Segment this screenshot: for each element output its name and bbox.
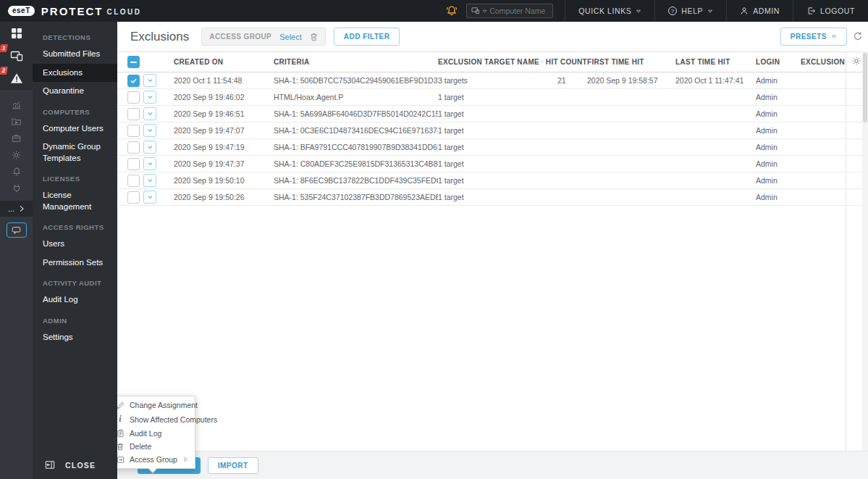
table-row[interactable]: 2020 Sep 9 19:47:37 SHA-1: C80ADEF3C25E9…	[117, 156, 868, 172]
row-checkbox[interactable]	[127, 91, 140, 104]
sidebar-item-dashboard[interactable]	[0, 22, 33, 44]
col-header-description[interactable]: EXCLUSION DE	[801, 58, 846, 66]
quick-links-menu[interactable]: QUICK LINKS	[565, 0, 654, 22]
col-header-hit-count[interactable]: HIT COUNT	[541, 58, 587, 66]
add-filter-button[interactable]: ADD FILTER	[334, 28, 400, 46]
table-row[interactable]: 2020 Sep 9 19:46:02 HTML/Hoax.Agent.P 1 …	[117, 89, 868, 106]
cell-login: Admin	[756, 93, 801, 101]
row-checkbox[interactable]	[127, 175, 140, 187]
tasks-folder-icon	[11, 117, 22, 127]
help-menu[interactable]: ? HELP	[654, 0, 726, 22]
col-header-last-time-hit[interactable]: LAST TIME HIT	[675, 58, 756, 66]
table-row[interactable]: 2020 Sep 9 19:47:07 SHA-1: 0C3E6C1D48734…	[117, 122, 868, 139]
trash-icon[interactable]	[310, 33, 318, 41]
pencil-icon	[117, 401, 125, 409]
row-expand-button[interactable]	[143, 157, 156, 170]
sidebar-item-detections[interactable]: 2	[0, 67, 33, 89]
cell-created-on: 2020 Sep 9 19:47:07	[174, 126, 274, 135]
menu-item-access-group[interactable]: Access Group	[117, 453, 195, 466]
menu-item-change-assignment[interactable]: Change Assignment	[117, 399, 195, 412]
reports-icon	[11, 100, 22, 110]
sidebar-item-notifications[interactable]	[0, 163, 33, 180]
row-expand-button[interactable]	[143, 191, 156, 204]
sidebar-more-expand[interactable]: ...	[0, 201, 33, 217]
sidebar-item-users[interactable]: Users	[33, 235, 117, 254]
sidebar-item-installers[interactable]	[0, 130, 33, 146]
menu-item-audit-log[interactable]: Audit Log	[117, 427, 195, 440]
sidebar-item-license-management[interactable]: License Management	[33, 186, 117, 216]
menu-item-show-affected-computers[interactable]: i Show Affected Computers	[117, 412, 195, 427]
table-settings-gear-icon[interactable]	[851, 56, 861, 66]
col-header-login[interactable]: LOGIN	[756, 58, 801, 66]
col-header-first-time-hit[interactable]: FIRST TIME HIT	[587, 58, 675, 66]
row-checkbox[interactable]	[127, 125, 140, 137]
col-header-created-on[interactable]: CREATED ON	[174, 58, 274, 66]
sidebar-item-policies[interactable]	[0, 146, 33, 163]
row-expand-button[interactable]	[143, 74, 156, 87]
filter-bar: Exclusions ACCESS GROUP Select ADD FILTE…	[117, 22, 868, 51]
col-header-criteria[interactable]: CRITERIA	[274, 58, 438, 66]
row-checkbox[interactable]	[127, 158, 140, 170]
cell-created-on: 2020 Sep 9 19:46:02	[174, 93, 274, 101]
row-checkbox[interactable]	[127, 75, 140, 87]
sidebar-item-computer-users[interactable]: Computer Users	[33, 120, 117, 138]
logout-button[interactable]: LOGOUT	[793, 0, 868, 22]
sidebar-item-reports[interactable]	[0, 96, 33, 113]
device-type-icon[interactable]	[471, 7, 480, 14]
sidebar-item-status-overview[interactable]	[0, 180, 33, 196]
sidebar-item-audit-log[interactable]: Audit Log	[33, 291, 117, 309]
admin-user-menu[interactable]: ADMIN	[726, 0, 793, 22]
sidebar-item-computers[interactable]: 1	[0, 44, 33, 67]
table-row[interactable]: 2020 Sep 9 19:50:26 SHA-1: 535F24C371023…	[117, 189, 868, 206]
sidebar-item-submitted-files[interactable]: Submitted Files	[33, 45, 117, 64]
detections-badge: 2	[0, 67, 8, 75]
chevron-down-icon[interactable]	[482, 9, 487, 14]
row-expand-button[interactable]	[143, 174, 156, 187]
sidebar-item-permission-sets[interactable]: Permission Sets	[33, 254, 117, 272]
row-checkbox[interactable]	[127, 108, 140, 120]
col-header-target[interactable]: EXCLUSION TARGET NAME	[438, 58, 541, 66]
sidebar-item-dynamic-group-templates[interactable]: Dynamic Group Templates	[33, 138, 117, 167]
sidebar-item-quarantine[interactable]: Quarantine	[33, 82, 117, 101]
support-chat-button[interactable]	[7, 222, 27, 238]
row-expand-button[interactable]	[143, 124, 156, 137]
table-row[interactable]: 2020 Sep 9 19:47:19 SHA-1: BFA9791CCC407…	[117, 139, 868, 156]
admin-label: ADMIN	[753, 7, 780, 15]
row-expand-button[interactable]	[143, 91, 156, 104]
sidebar-item-settings[interactable]: Settings	[33, 328, 117, 347]
scrollbar-thumb[interactable]	[863, 53, 867, 122]
table-row[interactable]: 2020 Sep 9 19:50:10 SHA-1: 8F6EC9BC13782…	[117, 172, 868, 189]
eset-logo: eseT	[8, 6, 35, 16]
refresh-icon[interactable]	[853, 31, 863, 41]
section-header-computers: COMPUTERS	[33, 101, 117, 120]
import-button[interactable]: IMPORT	[208, 457, 258, 474]
select-all-checkbox[interactable]	[127, 56, 140, 68]
table-right-divider	[846, 51, 846, 451]
cell-login: Admin	[756, 143, 801, 151]
row-expand-button[interactable]	[143, 141, 156, 154]
cell-first-hit: 2020 Sep 9 19:58:57	[587, 76, 675, 85]
chevron-down-icon	[636, 9, 641, 14]
product-name: PROTECT	[41, 5, 104, 17]
table-row[interactable]: 2020 Sep 9 19:46:51 SHA-1: 5A699A8F64046…	[117, 106, 868, 122]
row-checkbox[interactable]	[127, 191, 140, 204]
row-checkbox[interactable]	[127, 141, 140, 154]
collapse-sidebar-button[interactable]: CLOSE	[33, 451, 117, 479]
cell-targets: 1 target	[438, 193, 541, 201]
access-group-select-link[interactable]: Select	[279, 33, 302, 41]
sidebar-item-tasks[interactable]	[0, 113, 33, 130]
search-input[interactable]	[489, 7, 547, 15]
row-expand-button[interactable]	[143, 107, 156, 120]
top-bar: eseT PROTECT CLOUD QUICK LINKS	[0, 0, 868, 22]
computer-search[interactable]	[466, 4, 553, 18]
quick-links-label: QUICK LINKS	[578, 7, 631, 15]
presets-button[interactable]: PRESETS	[780, 28, 847, 46]
table-row[interactable]: 2020 Oct 1 11:54:48 SHA-1: 506DB7CC75304…	[117, 72, 868, 89]
sidebar-item-exclusions[interactable]: Exclusions	[33, 64, 117, 83]
warning-triangle-icon	[10, 72, 23, 84]
collapse-icon	[45, 460, 55, 470]
notifications-bell-icon[interactable]	[446, 5, 458, 17]
vertical-scrollbar[interactable]	[862, 51, 868, 451]
menu-item-delete[interactable]: Delete	[117, 440, 195, 453]
cell-login: Admin	[756, 76, 801, 85]
